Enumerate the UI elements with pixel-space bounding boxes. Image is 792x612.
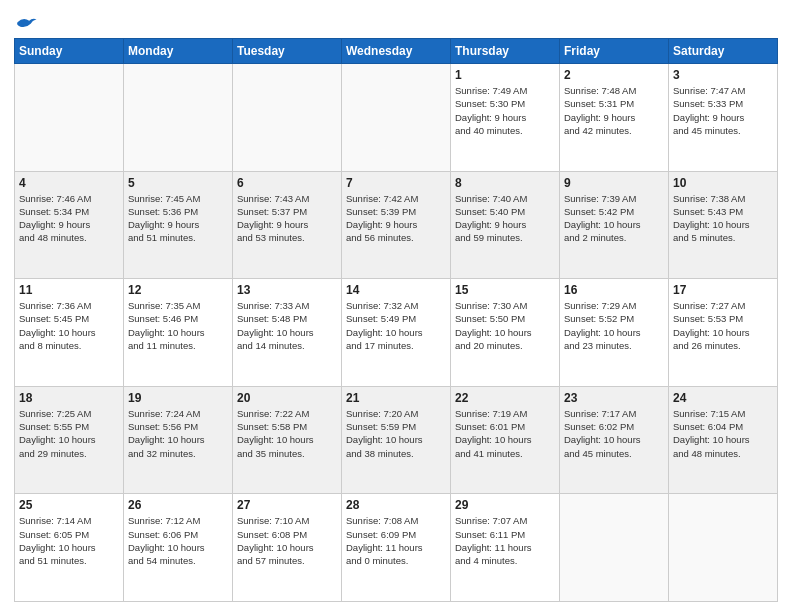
calendar-cell: 5Sunrise: 7:45 AMSunset: 5:36 PMDaylight…	[124, 171, 233, 279]
day-info: Sunrise: 7:36 AMSunset: 5:45 PMDaylight:…	[19, 299, 119, 352]
day-info: Sunrise: 7:08 AMSunset: 6:09 PMDaylight:…	[346, 514, 446, 567]
day-number: 5	[128, 176, 228, 190]
calendar-day-header: Friday	[560, 39, 669, 64]
day-number: 8	[455, 176, 555, 190]
day-info: Sunrise: 7:33 AMSunset: 5:48 PMDaylight:…	[237, 299, 337, 352]
day-number: 26	[128, 498, 228, 512]
page: SundayMondayTuesdayWednesdayThursdayFrid…	[0, 0, 792, 612]
calendar-cell	[560, 494, 669, 602]
day-info: Sunrise: 7:35 AMSunset: 5:46 PMDaylight:…	[128, 299, 228, 352]
calendar-cell: 15Sunrise: 7:30 AMSunset: 5:50 PMDayligh…	[451, 279, 560, 387]
day-info: Sunrise: 7:29 AMSunset: 5:52 PMDaylight:…	[564, 299, 664, 352]
calendar-cell	[669, 494, 778, 602]
day-number: 13	[237, 283, 337, 297]
day-info: Sunrise: 7:07 AMSunset: 6:11 PMDaylight:…	[455, 514, 555, 567]
calendar-cell: 16Sunrise: 7:29 AMSunset: 5:52 PMDayligh…	[560, 279, 669, 387]
calendar-cell: 13Sunrise: 7:33 AMSunset: 5:48 PMDayligh…	[233, 279, 342, 387]
day-number: 25	[19, 498, 119, 512]
day-info: Sunrise: 7:48 AMSunset: 5:31 PMDaylight:…	[564, 84, 664, 137]
day-info: Sunrise: 7:10 AMSunset: 6:08 PMDaylight:…	[237, 514, 337, 567]
calendar-cell: 19Sunrise: 7:24 AMSunset: 5:56 PMDayligh…	[124, 386, 233, 494]
day-number: 19	[128, 391, 228, 405]
calendar-header-row: SundayMondayTuesdayWednesdayThursdayFrid…	[15, 39, 778, 64]
day-info: Sunrise: 7:24 AMSunset: 5:56 PMDaylight:…	[128, 407, 228, 460]
day-number: 17	[673, 283, 773, 297]
calendar-cell: 1Sunrise: 7:49 AMSunset: 5:30 PMDaylight…	[451, 64, 560, 172]
day-number: 24	[673, 391, 773, 405]
day-number: 28	[346, 498, 446, 512]
day-number: 23	[564, 391, 664, 405]
calendar-cell	[233, 64, 342, 172]
day-info: Sunrise: 7:22 AMSunset: 5:58 PMDaylight:…	[237, 407, 337, 460]
day-info: Sunrise: 7:42 AMSunset: 5:39 PMDaylight:…	[346, 192, 446, 245]
day-number: 6	[237, 176, 337, 190]
calendar-day-header: Monday	[124, 39, 233, 64]
calendar-cell: 11Sunrise: 7:36 AMSunset: 5:45 PMDayligh…	[15, 279, 124, 387]
calendar-cell: 21Sunrise: 7:20 AMSunset: 5:59 PMDayligh…	[342, 386, 451, 494]
calendar-cell: 26Sunrise: 7:12 AMSunset: 6:06 PMDayligh…	[124, 494, 233, 602]
day-number: 2	[564, 68, 664, 82]
calendar-day-header: Tuesday	[233, 39, 342, 64]
day-number: 22	[455, 391, 555, 405]
calendar-cell: 20Sunrise: 7:22 AMSunset: 5:58 PMDayligh…	[233, 386, 342, 494]
calendar-cell: 4Sunrise: 7:46 AMSunset: 5:34 PMDaylight…	[15, 171, 124, 279]
calendar-cell: 3Sunrise: 7:47 AMSunset: 5:33 PMDaylight…	[669, 64, 778, 172]
day-info: Sunrise: 7:45 AMSunset: 5:36 PMDaylight:…	[128, 192, 228, 245]
calendar-cell: 24Sunrise: 7:15 AMSunset: 6:04 PMDayligh…	[669, 386, 778, 494]
day-info: Sunrise: 7:32 AMSunset: 5:49 PMDaylight:…	[346, 299, 446, 352]
day-number: 9	[564, 176, 664, 190]
day-info: Sunrise: 7:27 AMSunset: 5:53 PMDaylight:…	[673, 299, 773, 352]
calendar-cell: 29Sunrise: 7:07 AMSunset: 6:11 PMDayligh…	[451, 494, 560, 602]
calendar-day-header: Saturday	[669, 39, 778, 64]
logo-bird-icon	[16, 14, 38, 32]
day-info: Sunrise: 7:43 AMSunset: 5:37 PMDaylight:…	[237, 192, 337, 245]
calendar-cell	[15, 64, 124, 172]
day-info: Sunrise: 7:15 AMSunset: 6:04 PMDaylight:…	[673, 407, 773, 460]
day-info: Sunrise: 7:38 AMSunset: 5:43 PMDaylight:…	[673, 192, 773, 245]
day-info: Sunrise: 7:17 AMSunset: 6:02 PMDaylight:…	[564, 407, 664, 460]
day-number: 3	[673, 68, 773, 82]
day-number: 11	[19, 283, 119, 297]
calendar-cell: 12Sunrise: 7:35 AMSunset: 5:46 PMDayligh…	[124, 279, 233, 387]
calendar-table: SundayMondayTuesdayWednesdayThursdayFrid…	[14, 38, 778, 602]
day-number: 4	[19, 176, 119, 190]
calendar-day-header: Wednesday	[342, 39, 451, 64]
calendar-cell	[124, 64, 233, 172]
header	[14, 10, 778, 32]
calendar-cell: 10Sunrise: 7:38 AMSunset: 5:43 PMDayligh…	[669, 171, 778, 279]
calendar-cell: 17Sunrise: 7:27 AMSunset: 5:53 PMDayligh…	[669, 279, 778, 387]
calendar-week-row: 25Sunrise: 7:14 AMSunset: 6:05 PMDayligh…	[15, 494, 778, 602]
calendar-cell: 23Sunrise: 7:17 AMSunset: 6:02 PMDayligh…	[560, 386, 669, 494]
calendar-cell: 28Sunrise: 7:08 AMSunset: 6:09 PMDayligh…	[342, 494, 451, 602]
day-info: Sunrise: 7:30 AMSunset: 5:50 PMDaylight:…	[455, 299, 555, 352]
day-number: 20	[237, 391, 337, 405]
calendar-week-row: 4Sunrise: 7:46 AMSunset: 5:34 PMDaylight…	[15, 171, 778, 279]
calendar-cell: 14Sunrise: 7:32 AMSunset: 5:49 PMDayligh…	[342, 279, 451, 387]
day-info: Sunrise: 7:14 AMSunset: 6:05 PMDaylight:…	[19, 514, 119, 567]
day-number: 14	[346, 283, 446, 297]
day-info: Sunrise: 7:20 AMSunset: 5:59 PMDaylight:…	[346, 407, 446, 460]
calendar-cell: 6Sunrise: 7:43 AMSunset: 5:37 PMDaylight…	[233, 171, 342, 279]
calendar-cell: 2Sunrise: 7:48 AMSunset: 5:31 PMDaylight…	[560, 64, 669, 172]
day-number: 1	[455, 68, 555, 82]
day-info: Sunrise: 7:40 AMSunset: 5:40 PMDaylight:…	[455, 192, 555, 245]
day-info: Sunrise: 7:12 AMSunset: 6:06 PMDaylight:…	[128, 514, 228, 567]
day-info: Sunrise: 7:47 AMSunset: 5:33 PMDaylight:…	[673, 84, 773, 137]
day-info: Sunrise: 7:39 AMSunset: 5:42 PMDaylight:…	[564, 192, 664, 245]
day-number: 21	[346, 391, 446, 405]
day-number: 29	[455, 498, 555, 512]
day-info: Sunrise: 7:19 AMSunset: 6:01 PMDaylight:…	[455, 407, 555, 460]
calendar-day-header: Sunday	[15, 39, 124, 64]
day-number: 18	[19, 391, 119, 405]
calendar-day-header: Thursday	[451, 39, 560, 64]
calendar-week-row: 1Sunrise: 7:49 AMSunset: 5:30 PMDaylight…	[15, 64, 778, 172]
calendar-cell: 25Sunrise: 7:14 AMSunset: 6:05 PMDayligh…	[15, 494, 124, 602]
day-number: 15	[455, 283, 555, 297]
day-number: 12	[128, 283, 228, 297]
calendar-week-row: 11Sunrise: 7:36 AMSunset: 5:45 PMDayligh…	[15, 279, 778, 387]
calendar-cell	[342, 64, 451, 172]
calendar-week-row: 18Sunrise: 7:25 AMSunset: 5:55 PMDayligh…	[15, 386, 778, 494]
day-number: 16	[564, 283, 664, 297]
calendar-cell: 27Sunrise: 7:10 AMSunset: 6:08 PMDayligh…	[233, 494, 342, 602]
day-info: Sunrise: 7:49 AMSunset: 5:30 PMDaylight:…	[455, 84, 555, 137]
